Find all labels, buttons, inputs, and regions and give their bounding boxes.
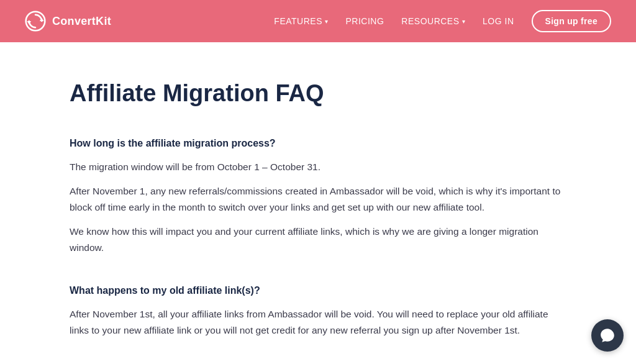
signup-button[interactable]: Sign up free (532, 10, 612, 32)
login-link[interactable]: LOG IN (483, 16, 514, 26)
logo-text: ConvertKit (52, 15, 111, 28)
logo[interactable]: ConvertKit (25, 11, 111, 32)
main-nav: FEATURES ▾ PRICING RESOURCES ▾ LOG IN Si… (274, 10, 611, 32)
logo-icon (25, 11, 46, 32)
main-content: Affiliate Migration FAQ How long is the … (45, 42, 591, 364)
nav-features[interactable]: FEATURES ▾ (274, 16, 328, 26)
chat-icon (599, 327, 616, 344)
page-title: Affiliate Migration FAQ (70, 80, 566, 108)
faq-answer-1-2: We know how this will impact you and you… (70, 224, 566, 255)
faq-answer-1-0: The migration window will be from Octobe… (70, 159, 566, 175)
faq-answer-1-1: After November 1, any new referrals/comm… (70, 183, 566, 215)
chat-bubble-button[interactable] (591, 319, 624, 352)
chevron-down-icon: ▾ (325, 18, 329, 25)
svg-marker-2 (27, 21, 31, 24)
faq-section-1: How long is the affiliate migration proc… (70, 138, 566, 256)
faq-section-2: What happens to my old affiliate link(s)… (70, 285, 566, 338)
faq-question-1: How long is the affiliate migration proc… (70, 138, 566, 149)
site-header: ConvertKit FEATURES ▾ PRICING RESOURCES … (0, 0, 636, 42)
nav-resources[interactable]: RESOURCES ▾ (401, 16, 465, 26)
chevron-down-icon: ▾ (462, 18, 466, 25)
nav-pricing[interactable]: PRICING (346, 16, 384, 26)
svg-marker-1 (40, 18, 44, 21)
faq-question-2: What happens to my old affiliate link(s)… (70, 285, 566, 296)
faq-answer-2-0: After November 1st, all your affiliate l… (70, 306, 566, 338)
